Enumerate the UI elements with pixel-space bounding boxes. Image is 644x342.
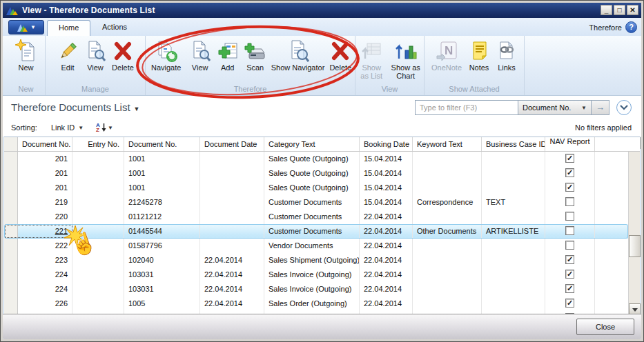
row-marker [4, 195, 18, 210]
onenote-button[interactable]: N OneNote [428, 38, 465, 72]
cell: 22.04.2014 [360, 296, 413, 311]
filter-input[interactable]: Type to filter (F3) [415, 100, 518, 115]
sort-order-button[interactable]: AZ ▼ [96, 123, 113, 132]
table-row[interactable]: 2011001Sales Quote (Outgoing)15.04.2014✓ [4, 152, 628, 166]
header-marker-cell [4, 137, 18, 151]
cell: Customer Documents [264, 195, 360, 210]
view-button[interactable]: View [81, 38, 109, 72]
row-filler-cell [595, 239, 628, 253]
close-button[interactable]: Close [576, 319, 634, 335]
row-filler-cell [595, 253, 628, 268]
cell: 201 [18, 181, 72, 195]
cell [413, 210, 482, 224]
header-cell[interactable]: Category Text [264, 137, 360, 151]
links-button[interactable]: Links [493, 38, 520, 72]
show-navigator-button[interactable]: Show Navigator [269, 38, 327, 72]
cell: ✓ [545, 296, 595, 311]
table-row[interactable]: 22410303122.04.2014Sales Invoice (Outgoi… [4, 268, 628, 282]
vertical-scrollbar[interactable] [628, 137, 640, 315]
cell [200, 224, 264, 239]
cell [200, 195, 264, 210]
table-row[interactable]: 22310204022.04.2014Sales Shipment (Outgo… [4, 253, 628, 268]
minimize-button[interactable]: _ [601, 5, 612, 15]
cell: 21245278 [124, 195, 200, 210]
table-row[interactable]: 2011001Sales Quote (Outgoing)15.04.2014✓ [4, 166, 628, 181]
nav-report-checkbox[interactable] [565, 197, 574, 206]
table-row[interactable]: 22201587796Vendor Documents22.04.2014 [4, 239, 628, 253]
scan-button[interactable]: Scan [242, 38, 269, 72]
show-as-chart-button[interactable]: Show as Chart [387, 38, 424, 80]
nav-report-checkbox[interactable]: ✓ [565, 168, 574, 177]
cell [200, 152, 264, 166]
row-filler-cell [595, 210, 628, 224]
cell: Sales Invoice (Outgoing) [264, 268, 360, 282]
navigate-button[interactable]: Navigate [146, 38, 186, 72]
apply-filter-button[interactable]: → [592, 100, 609, 115]
header-cell[interactable]: Booking Date [360, 137, 413, 151]
row-marker [4, 224, 18, 239]
svg-text:N: N [445, 44, 453, 57]
table-row[interactable]: 226100522.04.2014Sales Order (Outgoing)2… [4, 296, 628, 311]
cell [482, 181, 545, 195]
nav-report-checkbox[interactable]: ✓ [565, 183, 574, 192]
show-as-list-button[interactable]: Show as List [355, 38, 387, 80]
table-row[interactable]: 22410303122.04.2014Sales Invoice (Outgoi… [4, 282, 628, 296]
header-cell[interactable]: Document No. [18, 137, 72, 151]
maximize-button[interactable]: □ [614, 5, 625, 15]
nav-report-checkbox[interactable]: ✓ [565, 154, 574, 163]
cell [482, 152, 545, 166]
chevron-down-icon [620, 105, 628, 110]
nav-report-checkbox[interactable] [565, 212, 574, 221]
nav-report-checkbox[interactable]: ✓ [565, 270, 574, 279]
close-window-button[interactable]: ✕ [627, 5, 638, 15]
cell: 15.04.2014 [360, 195, 413, 210]
new-button[interactable]: New [12, 38, 40, 72]
cell: Correspondence [413, 195, 482, 210]
table-row[interactable]: 22101445544Customer Documents22.04.2014O… [4, 224, 628, 239]
help-icon[interactable]: ? [625, 21, 637, 33]
filter-column-dropdown[interactable]: Document No.▼ [518, 100, 592, 115]
sorting-field-dropdown[interactable]: Link ID▼ [51, 123, 84, 132]
header-cell[interactable]: Document No. [124, 137, 200, 151]
application-menu-button[interactable]: ▼ [8, 20, 44, 34]
row-filler-cell [595, 195, 628, 210]
header-cell[interactable]: Keyword Text [413, 137, 482, 151]
ribbon-button-label: Navigate [148, 63, 184, 72]
ribbon-group-new: New New [7, 36, 46, 95]
header-cell[interactable]: NAV Report [545, 137, 595, 151]
edit-button[interactable]: Edit [54, 38, 81, 72]
nav-report-checkbox[interactable]: ✓ [565, 284, 574, 293]
table-row[interactable]: 2011001Sales Quote (Outgoing)15.04.2014✓ [4, 181, 628, 195]
header-cell[interactable]: Entry No. [72, 137, 124, 151]
header-cell[interactable]: Business Case ID [482, 137, 545, 151]
notes-button[interactable]: Notes [465, 38, 493, 72]
tab-actions[interactable]: Actions [91, 20, 138, 36]
nav-report-checkbox[interactable] [565, 241, 574, 250]
table-row[interactable]: 21921245278Customer Documents15.04.2014C… [4, 195, 628, 210]
delete-button[interactable]: Delete [109, 38, 137, 72]
nav-report-checkbox[interactable]: ✓ [565, 299, 574, 308]
ribbon-group-show-attached: N OneNote Notes Links [425, 36, 525, 95]
down-arrow-icon [101, 123, 106, 132]
header-cell[interactable]: Document Date [200, 137, 264, 151]
table-row[interactable]: 22001121212Customer Documents22.04.2014 [4, 210, 628, 224]
nav-report-checkbox[interactable]: ✓ [565, 255, 574, 264]
page-title[interactable]: Therefore Documents List▼ [11, 101, 140, 113]
onenote-icon: N [430, 39, 463, 63]
pencil-icon [56, 39, 79, 63]
therefore-delete-button[interactable]: Delete [326, 38, 354, 72]
show-as-chart-icon [389, 39, 422, 63]
cell [72, 268, 124, 282]
collapse-chevron-button[interactable] [616, 100, 632, 115]
add-button[interactable]: Add [214, 38, 242, 72]
ribbon-group-label: View [355, 85, 424, 93]
filter-placeholder: Type to filter (F3) [420, 103, 477, 112]
cell [72, 195, 124, 210]
tab-home[interactable]: Home [47, 20, 90, 36]
therefore-view-button[interactable]: View [186, 38, 214, 72]
page-title-label: Therefore Documents List [11, 101, 130, 113]
scrollbar-thumb[interactable] [629, 235, 641, 257]
ribbon-button-label: OneNote [430, 63, 463, 72]
cell: 1001 [124, 181, 200, 195]
nav-report-checkbox[interactable] [565, 226, 574, 235]
